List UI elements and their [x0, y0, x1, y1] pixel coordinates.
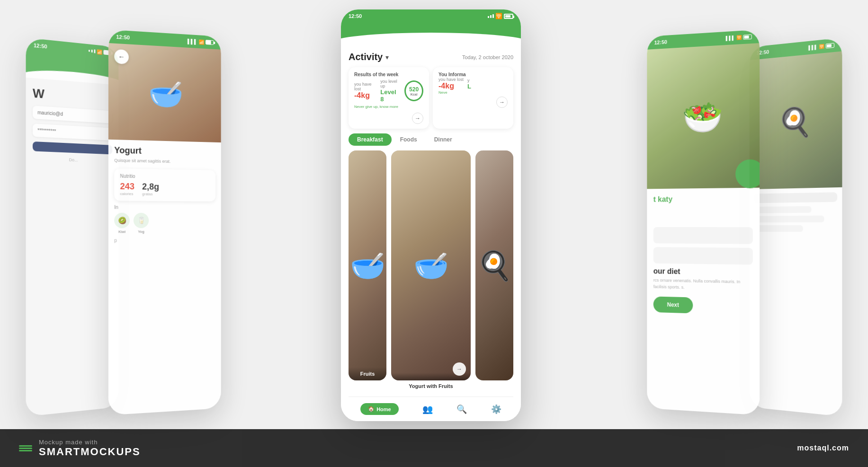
tab-breakfast[interactable]: Breakfast [349, 133, 392, 146]
kcal-circle: 520 Kcal [404, 80, 423, 101]
right-input-2[interactable] [653, 247, 753, 264]
wifi-far-right: 🛜 [819, 44, 824, 49]
far-right-row-3 [754, 216, 824, 223]
results-arrow[interactable]: → [412, 113, 423, 124]
food-card-1-overlay: Fruits [349, 367, 386, 380]
bottom-nav: 🏠 Home 👥 🔍 ⚙️ [349, 397, 513, 421]
phone-center: 12:50 🛜 [341, 9, 521, 421]
right-content: 🥗 t katy our diet rcs ornare venenatis. … [647, 43, 760, 415]
food-card-yogu[interactable] [475, 150, 513, 380]
login-title: W [33, 86, 45, 101]
far-right-row-1 [754, 192, 837, 203]
signal-left: ▌▌▌ 📶 [188, 38, 214, 45]
signal-bar-1 [89, 50, 90, 52]
you-lost-value: -4kg [438, 82, 464, 90]
nutrition-title: Nutritio [120, 173, 210, 180]
stack-line-3 [19, 450, 32, 451]
sb1 [488, 16, 489, 18]
wifi-left: 📶 [199, 39, 205, 45]
yogurt-desc: Quisque sit amet sagittis erat. [114, 158, 215, 166]
email-input[interactable]: mauricio@d [33, 106, 112, 123]
calories-label: calories [120, 192, 135, 196]
food-card-fruits[interactable]: Fruits [349, 150, 386, 380]
nav-home-button[interactable]: 🏠 Home [360, 403, 399, 415]
food-section: Fruits 🥣 → [349, 150, 513, 392]
next-button[interactable]: Next [653, 296, 693, 313]
left-body: Yogurt Quisque sit amet sagittis erat. N… [108, 140, 221, 415]
you-info-card: You Informa you have lost -4kg y L [433, 67, 513, 129]
ingredient-yogurt: 🥛 Yog [134, 212, 149, 233]
center-body: Activity ▾ Today, 2 october 2020 Results… [341, 43, 521, 421]
time-right: 12:50 [654, 39, 667, 45]
food-image-2: 🥣 [391, 150, 471, 380]
kcal-value: 520 [409, 86, 419, 93]
center-header [341, 23, 521, 43]
food-card-arrow[interactable]: → [453, 362, 466, 376]
left-content: 🥣 ← Yogurt Quisque sit amet sagittis era… [108, 43, 221, 415]
far-right-body [750, 187, 842, 417]
yogurt-title: Yogurt [114, 145, 215, 158]
far-right-content: 🍳 [750, 51, 842, 416]
phone-left: 12:50 ▌▌▌ 📶 🥣 ← Yogurt Quisque sit amet … [108, 29, 221, 415]
food-cards: Fruits 🥣 → [349, 150, 513, 380]
password-input[interactable]: ********** [33, 123, 112, 141]
ingredient-kiwi: 🥝 Kiwi [114, 212, 130, 234]
smartmockups-logo [19, 445, 32, 451]
status-bar-center: 12:50 🛜 [341, 9, 521, 23]
level-label: you level up [380, 79, 401, 88]
food-emoji-left: 🥣 [148, 76, 183, 111]
you-lost-label: you have lost [438, 77, 464, 82]
users-icon[interactable]: 👥 [422, 404, 433, 414]
calories-item: 243 calories [120, 181, 135, 196]
login-sub: Do... [69, 157, 78, 162]
you-arrow[interactable]: → [496, 97, 508, 108]
tab-foods[interactable]: Foods [392, 133, 426, 146]
watermark-text-group: Mockup made with SMARTMOCKUPS [39, 439, 141, 458]
right-food-image: 🥗 [647, 43, 760, 189]
sb2 [490, 15, 492, 18]
tab-dinner[interactable]: Dinner [426, 133, 461, 146]
food-emoji-far-right: 🍳 [778, 104, 812, 140]
you-tagline-text: Neve [438, 90, 447, 95]
green-circle-right [735, 159, 760, 188]
katy-name: t katy [653, 194, 753, 204]
login-button[interactable] [33, 141, 112, 154]
wifi-center: 🛜 [495, 13, 502, 19]
right-input-1[interactable] [653, 227, 753, 244]
signal-center: 🛜 [488, 13, 513, 19]
site-url: mostaql.com [797, 444, 849, 452]
back-button[interactable]: ← [114, 49, 129, 64]
tagline-link[interactable]: know more [380, 105, 398, 109]
phone-far-left: 12:50 📶 W mauricio@d ********** Do... [26, 38, 119, 417]
you-stat-bottom: → [438, 97, 508, 108]
signal-bar-2 [91, 50, 93, 53]
lost-value: -4kg [354, 91, 376, 100]
battery-center [504, 14, 513, 19]
ingredients-section: In 🥝 Kiwi 🥛 Yog [114, 204, 215, 234]
food-card-yogurt[interactable]: 🥣 → [391, 150, 471, 380]
sb3 [492, 14, 494, 18]
watermark-left: Mockup made with SMARTMOCKUPS [19, 439, 141, 458]
watermark-bar: Mockup made with SMARTMOCKUPS mostaql.co… [0, 429, 868, 467]
nutrition-values: 243 calories 2,8g gratas [120, 181, 210, 196]
lost-label: you have lost [354, 82, 376, 91]
battery-far-right [826, 43, 834, 48]
signal-bars [488, 14, 494, 18]
far-right-row-4 [754, 225, 803, 232]
battery-right [743, 35, 752, 40]
food-image-3 [475, 150, 513, 380]
ingredients-row: 🥝 Kiwi 🥛 Yog [114, 212, 215, 234]
nutrition-card: Nutritio 243 calories 2,8g gratas [114, 168, 215, 202]
time-far-left: 12:50 [34, 42, 47, 49]
food-card-1-name: Fruits [352, 371, 383, 377]
battery-fill-right [744, 35, 749, 39]
results-card: Results of the week you have lost -4kg y… [349, 67, 429, 129]
signal-right: ▌▌▌ 🛜 [726, 35, 752, 41]
search-icon[interactable]: 🔍 [456, 404, 467, 414]
brand-text: SMARTMOCKUPS [39, 446, 141, 458]
signal-bar-3 [94, 49, 96, 53]
login-body: W mauricio@d ********** Do... [26, 77, 119, 416]
chevron-down-icon[interactable]: ▾ [385, 53, 389, 61]
stats-row: Results of the week you have lost -4kg y… [349, 67, 513, 129]
settings-icon[interactable]: ⚙️ [491, 404, 501, 414]
